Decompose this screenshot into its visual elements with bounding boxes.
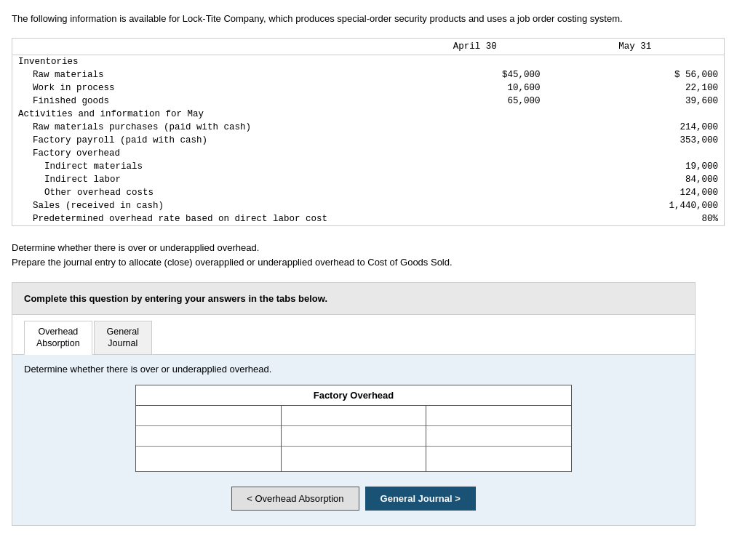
factory-overhead-grid xyxy=(136,406,571,471)
row-may xyxy=(546,108,724,121)
row-may: $ 56,000 xyxy=(546,68,724,81)
row-apr xyxy=(404,121,546,134)
tab-overhead-line1: Overhead xyxy=(38,327,78,337)
row-may xyxy=(546,147,724,160)
foh-input-3-3[interactable] xyxy=(431,450,567,460)
instruction-line1: Determine whether there is over or under… xyxy=(12,241,725,256)
row-apr: 10,600 xyxy=(404,81,546,95)
row-apr xyxy=(404,108,546,121)
prev-chevron: < xyxy=(247,493,252,504)
row-label: Factory payroll (paid with cash) xyxy=(12,134,404,147)
foh-input-3-2[interactable] xyxy=(431,430,567,440)
foh-col-1 xyxy=(136,406,281,471)
table-row: Work in process10,60022,100 xyxy=(12,81,724,95)
instruction-line2: Prepare the journal entry to allocate (c… xyxy=(12,255,725,271)
data-table: April 30 May 31 InventoriesRaw materials… xyxy=(12,39,724,225)
tab-general-journal-line1: General xyxy=(107,327,139,337)
row-apr xyxy=(404,55,546,68)
bottom-nav: < Overhead Absorption General Journal > xyxy=(24,487,683,511)
foh-input-1-3[interactable] xyxy=(140,450,276,460)
table-row: Predetermined overhead rate based on dir… xyxy=(12,212,724,225)
row-label: Inventories xyxy=(12,55,404,68)
row-may xyxy=(546,55,724,68)
foh-cell-2-3[interactable] xyxy=(282,447,426,467)
row-label: Indirect materials xyxy=(12,160,404,173)
table-row: Activities and information for May xyxy=(12,108,724,121)
tabs-area: Overhead Absorption General Journal Dete… xyxy=(12,315,696,526)
foh-cell-3-3[interactable] xyxy=(426,447,571,467)
complete-banner: Complete this question by entering your … xyxy=(12,282,696,315)
tab-content-area: Determine whether there is over or under… xyxy=(12,355,695,525)
foh-cell-3-2[interactable] xyxy=(426,426,571,447)
table-row: Raw materials purchases (paid with cash)… xyxy=(12,121,724,134)
table-row: Raw materials$45,000$ 56,000 xyxy=(12,68,724,81)
row-apr: 65,000 xyxy=(404,95,546,108)
row-label: Raw materials xyxy=(12,68,404,81)
intro-text: The following information is available f… xyxy=(12,12,725,26)
row-label: Finished goods xyxy=(12,95,404,108)
factory-overhead-title: Factory Overhead xyxy=(136,385,571,406)
row-label: Activities and information for May xyxy=(12,108,404,121)
foh-cell-2-1[interactable] xyxy=(282,406,426,426)
row-apr: $45,000 xyxy=(404,68,546,81)
table-row: Indirect materials19,000 xyxy=(12,160,724,173)
col-apr-header: April 30 xyxy=(404,39,546,55)
next-chevron: > xyxy=(455,493,461,504)
row-may: 22,100 xyxy=(546,81,724,95)
next-button[interactable]: General Journal > xyxy=(365,487,476,511)
data-table-wrapper: April 30 May 31 InventoriesRaw materials… xyxy=(12,38,725,226)
row-label: Work in process xyxy=(12,81,404,95)
table-row: Inventories xyxy=(12,55,724,68)
tab-overhead[interactable]: Overhead Absorption xyxy=(24,321,92,355)
row-may: 80% xyxy=(546,212,724,225)
col-may-header: May 31 xyxy=(546,39,724,55)
row-label: Predetermined overhead rate based on dir… xyxy=(12,212,404,225)
foh-col-3 xyxy=(426,406,571,471)
row-apr xyxy=(404,147,546,160)
row-apr xyxy=(404,186,546,199)
row-label: Factory overhead xyxy=(12,147,404,160)
row-apr xyxy=(404,199,546,212)
row-label: Indirect labor xyxy=(12,173,404,186)
row-apr xyxy=(404,160,546,173)
row-may: 19,000 xyxy=(546,160,724,173)
table-row: Factory overhead xyxy=(12,147,724,160)
foh-input-2-3[interactable] xyxy=(286,450,422,460)
foh-input-2-2[interactable] xyxy=(286,430,422,440)
tab-general-journal[interactable]: General Journal xyxy=(94,321,152,354)
foh-cell-1-1[interactable] xyxy=(136,406,281,426)
row-apr xyxy=(404,212,546,225)
tabs-row: Overhead Absorption General Journal xyxy=(12,315,695,355)
foh-col-2 xyxy=(282,406,426,471)
table-row: Indirect labor84,000 xyxy=(12,173,724,186)
foh-cell-2-2[interactable] xyxy=(282,426,426,447)
tab-general-journal-line2: Journal xyxy=(108,338,138,348)
foh-cell-1-3[interactable] xyxy=(136,447,281,467)
table-row: Sales (received in cash)1,440,000 xyxy=(12,199,724,212)
factory-overhead-table: Factory Overhead xyxy=(135,385,572,472)
row-apr xyxy=(404,134,546,147)
row-may: 39,600 xyxy=(546,95,724,108)
foh-input-3-1[interactable] xyxy=(431,409,567,420)
table-row: Finished goods65,00039,600 xyxy=(12,95,724,108)
foh-input-1-2[interactable] xyxy=(140,430,276,440)
row-may: 84,000 xyxy=(546,173,724,186)
instructions: Determine whether there is over or under… xyxy=(12,241,725,271)
table-row: Other overhead costs124,000 xyxy=(12,186,724,199)
next-label: General Journal xyxy=(381,493,453,504)
row-may: 1,440,000 xyxy=(546,199,724,212)
tab-description: Determine whether there is over or under… xyxy=(24,364,683,375)
row-apr xyxy=(404,173,546,186)
foh-cell-3-1[interactable] xyxy=(426,406,571,426)
foh-input-1-1[interactable] xyxy=(140,409,276,420)
row-may: 214,000 xyxy=(546,121,724,134)
row-may: 353,000 xyxy=(546,134,724,147)
prev-button[interactable]: < Overhead Absorption xyxy=(231,487,359,511)
row-label: Raw materials purchases (paid with cash) xyxy=(12,121,404,134)
prev-label: Overhead Absorption xyxy=(255,493,343,504)
foh-input-2-1[interactable] xyxy=(286,409,422,420)
foh-cell-1-2[interactable] xyxy=(136,426,281,447)
col-label-header xyxy=(12,39,404,55)
row-may: 124,000 xyxy=(546,186,724,199)
table-row: Factory payroll (paid with cash)353,000 xyxy=(12,134,724,147)
